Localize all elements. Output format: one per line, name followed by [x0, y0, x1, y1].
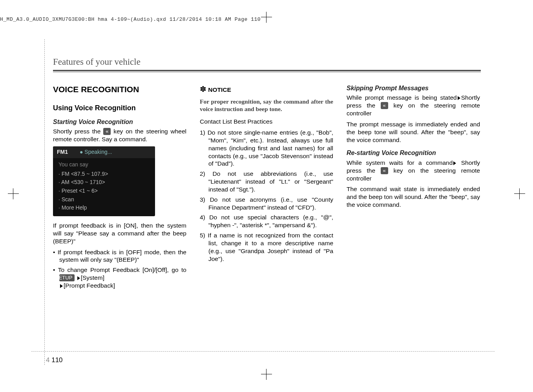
chapter-num: 4 [46, 356, 49, 364]
column-1: VOICE RECOGNITION Using Voice Recognitio… [53, 84, 186, 292]
crop-mark-right [514, 188, 525, 199]
notice-body: For proper recognition, say the command … [200, 98, 333, 113]
page-num: 110 [51, 356, 62, 364]
content-columns: VOICE RECOGNITION Using Voice Recognitio… [53, 84, 481, 292]
vr-screen: FM1 ● Speaking... You can say · FM <87.5… [53, 146, 155, 216]
section-rule [53, 70, 481, 71]
voice-key-icon: « [381, 102, 388, 109]
heading-using-vr: Using Voice Recognition [53, 104, 186, 113]
crop-mark-left [8, 188, 19, 199]
setup-key-icon: SETUP [59, 274, 75, 281]
triangle-icon [77, 276, 80, 280]
list-item: 3) Do not use acronyms (i.e., use "Count… [200, 196, 333, 211]
vr-screen-header: FM1 ● Speaking... [53, 146, 155, 158]
bullet-change-b: [System] [81, 274, 104, 281]
list-item: 4) Do not use special characters (e.g., … [200, 213, 333, 229]
bullet-change: • To change Prompt Feedback [On]/[Off], … [53, 266, 186, 289]
vr-line: · Scan [58, 195, 150, 204]
footer-dashed-line [31, 351, 495, 352]
page-number: 4 110 [46, 356, 63, 364]
voice-key-icon: « [381, 167, 388, 174]
vr-screen-body: You can say · FM <87.5 ~ 107.9> · AM <53… [53, 158, 155, 216]
notice-head: ✽ NOTICE [200, 84, 333, 95]
vr-line: · Preset <1 ~ 6> [58, 187, 150, 195]
crop-mark-top [261, 12, 272, 23]
p-prompt-on: If prompt feedback is in [ON], then the … [53, 222, 186, 245]
vr-band: FM1 [57, 149, 68, 156]
mic-icon: ● [80, 149, 83, 155]
vr-status: ● Speaking... [80, 149, 112, 156]
vr-say-label: You can say [58, 160, 150, 169]
heading-starting-vr: Starting Voice Recognition [53, 118, 186, 126]
crop-mark-bottom [261, 369, 272, 380]
vr-line: · FM <87.5 ~ 107.9> [58, 170, 150, 179]
column-3: Skipping Prompt Messages While prompt me… [347, 84, 480, 292]
triangle-icon [458, 96, 460, 100]
vr-line: · More Help [58, 204, 150, 212]
margin-dashed-line [44, 39, 45, 365]
bullet-change-c: [Prompt Feedback] [64, 282, 115, 289]
triangle-icon [60, 284, 63, 288]
p-start-a: Shortly press the [53, 128, 103, 135]
voice-key-icon: « [103, 128, 111, 135]
heading-skipping: Skipping Prompt Messages [347, 84, 480, 92]
p-restart-1: While system waits for a command Shortly… [347, 159, 480, 182]
bullet-change-a: • To change Prompt Feedback [On]/[Off], … [53, 266, 186, 273]
p-skip-2: The prompt message is immediately ended … [347, 120, 480, 144]
best-practices-list: 1) Do not store single-name entries (e.g… [200, 129, 333, 263]
p-restart-2: The command wait state is immediately en… [347, 185, 480, 208]
list-item: 1) Do not store single-name entries (e.g… [200, 129, 333, 168]
heading-restarting: Re-starting Voice Recognition [347, 149, 480, 157]
txt: While system waits for a command [347, 159, 453, 166]
notice-label: NOTICE [206, 86, 231, 93]
notice-star-icon: ✽ [200, 85, 206, 93]
list-item: 2) Do not use abbreviations (i.e., use "… [200, 170, 333, 193]
p-start-vr: Shortly press the « key on the steering … [53, 128, 186, 143]
heading-voice-recognition: VOICE RECOGNITION [53, 84, 186, 95]
list-item: 5) If a name is not recognized from the … [200, 232, 333, 263]
p-skip-1: While prompt message is being statedShor… [347, 94, 480, 117]
txt: While prompt message is being stated [347, 94, 457, 101]
triangle-icon [453, 161, 456, 165]
section-title: Features of your vehicle [53, 57, 141, 67]
column-2: ✽ NOTICE For proper recognition, say the… [200, 84, 333, 292]
vr-status-text: Speaking... [84, 149, 112, 155]
vr-line: · AM <530 ~ 1710> [58, 178, 150, 187]
print-header: H_MD_A3.0_AUDIO_3XMU7G3E00:BH hma 4-109~… [0, 16, 261, 22]
bullet-off: • If prompt feedback is in [OFF] mode, t… [53, 248, 186, 264]
best-practices-head: Contact List Best Practices [200, 118, 333, 126]
